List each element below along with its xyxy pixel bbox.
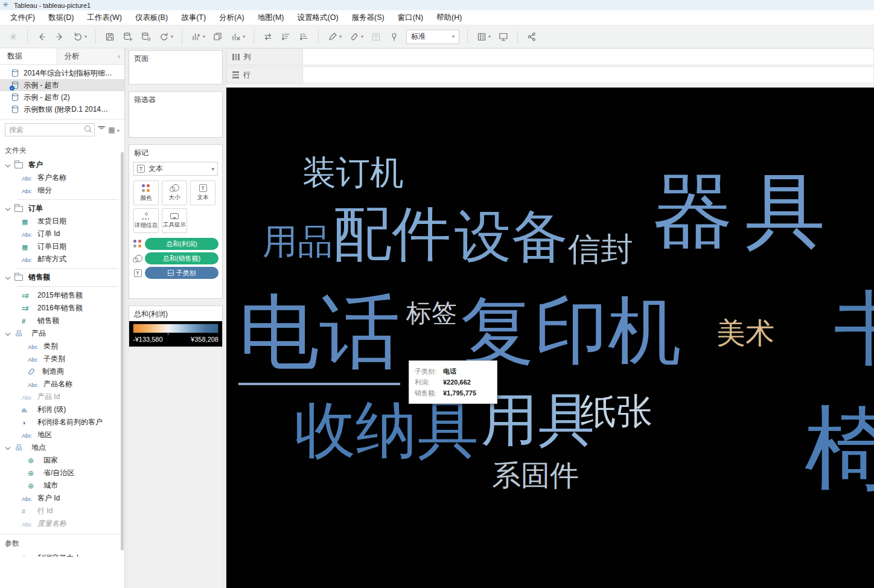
group-members-button[interactable]: ▾ [346, 29, 366, 45]
field-profit-bin[interactable]: 利润 (级) [0, 403, 124, 416]
chevron-down-icon[interactable] [5, 330, 10, 335]
text-button[interactable]: T 文本 [190, 181, 215, 205]
field-measure-names[interactable]: 度量名称 [0, 517, 124, 530]
field-customer-id[interactable]: 客户 Id [0, 492, 124, 505]
back-button[interactable] [33, 29, 50, 45]
field-sales-2016[interactable]: 2016年销售额 [0, 302, 124, 315]
pill-sum-profit[interactable]: 总和(利润) [145, 238, 218, 250]
chevron-down-icon[interactable] [5, 274, 10, 279]
add-datasource-button[interactable] [120, 29, 136, 45]
duplicate-sheet-button[interactable] [209, 29, 226, 45]
field-province[interactable]: 省/自治区 [0, 467, 124, 479]
chevron-down-icon[interactable] [5, 444, 10, 449]
set-top-customers-by-profit[interactable]: 利润排名前列的客户 [0, 416, 124, 429]
filter-fields-icon[interactable] [97, 126, 106, 134]
field-country[interactable]: 国家 [0, 454, 124, 467]
hierarchy-location[interactable]: 地点 [0, 441, 124, 454]
pause-updates-button[interactable] [138, 29, 155, 45]
forward-button[interactable] [51, 29, 68, 45]
field-subcategory[interactable]: 子类别 [0, 353, 124, 365]
new-worksheet-button[interactable]: ▾ [188, 29, 208, 45]
menu-map[interactable]: 地图(M) [251, 10, 291, 25]
cloud-word-装订机[interactable]: 装订机 [302, 155, 404, 191]
field-ship-date[interactable]: 发货日期 [0, 215, 124, 228]
field-sales-2015[interactable]: 2015年销售额 [0, 289, 124, 302]
menu-analysis[interactable]: 分析(A) [212, 10, 251, 25]
view-options-icon[interactable]: ▦ ▾ [108, 126, 120, 134]
rows-shelf[interactable] [303, 66, 874, 83]
field-order-id[interactable]: 订单 Id [0, 228, 124, 240]
datasource-item[interactable]: 示例 - 超市 (2) [0, 91, 124, 103]
color-button[interactable]: 颜色 [133, 181, 159, 205]
datasource-item[interactable]: 2014年综合计划指标明细… [0, 67, 124, 79]
clear-sheet-button[interactable]: ▾ [228, 29, 248, 45]
cloud-word-纸张[interactable]: 纸张 [580, 393, 652, 431]
presentation-mode-button[interactable] [495, 29, 512, 45]
tooltip-button[interactable]: 工具提示 [162, 208, 187, 233]
fit-selector[interactable]: 标准 ▾ [406, 30, 459, 44]
legend-gradient[interactable] [133, 324, 218, 333]
share-workbook-button[interactable] [523, 29, 540, 45]
cloud-word-用品[interactable]: 用品 [263, 224, 333, 261]
parameter-profit-bin-size[interactable]: 利润容器大小 [0, 552, 124, 557]
cloud-word-复印机[interactable]: 复印机 [461, 293, 681, 370]
field-product-id[interactable]: 产品 Id [0, 391, 124, 403]
field-city[interactable]: 城市 [0, 479, 124, 492]
tableau-logo-icon[interactable] [5, 29, 22, 45]
tab-data[interactable]: 数据 [0, 48, 57, 64]
cloud-word-收纳具[interactable]: 收纳具 [294, 398, 479, 462]
highlight-button[interactable]: ▾ [324, 29, 345, 45]
cloud-word-配件[interactable]: 配件 [333, 203, 451, 266]
mark-type-dropdown[interactable]: T 文本 ▾ [133, 162, 218, 176]
folder-sales[interactable]: 销售额 [0, 271, 124, 284]
cloud-word-书[interactable]: 书 [834, 287, 874, 372]
tab-analytics[interactable]: 分析 [57, 48, 114, 64]
hierarchy-product[interactable]: 产品 [0, 327, 124, 340]
cloud-word-器具[interactable]: 器具 [652, 170, 836, 255]
sort-ascending-button[interactable] [278, 29, 295, 45]
cloud-word-电话[interactable]: 电话 [238, 290, 400, 385]
columns-shelf[interactable] [303, 48, 874, 65]
cloud-word-椅[interactable]: 椅 [805, 401, 874, 498]
field-category[interactable]: 类别 [0, 340, 124, 353]
refresh-button[interactable]: ▾ [156, 29, 176, 45]
cloud-word-设备[interactable]: 设备 [455, 207, 568, 267]
menu-story[interactable]: 故事(T) [174, 10, 212, 25]
menu-server[interactable]: 服务器(S) [345, 10, 391, 25]
cloud-word-用具[interactable]: 用具 [481, 391, 595, 450]
field-manufacturer[interactable]: 制造商 [0, 365, 124, 378]
menu-window[interactable]: 窗口(N) [391, 10, 430, 25]
sort-descending-button[interactable] [296, 29, 313, 45]
cloud-word-系固件[interactable]: 系固件 [492, 461, 579, 491]
cloud-word-信封[interactable]: 信封 [568, 232, 633, 267]
pages-card[interactable]: 页面 [129, 50, 223, 85]
show-hide-cards-button[interactable]: ▾ [473, 29, 494, 45]
collapse-pane-button[interactable]: ‹ [113, 48, 124, 64]
fix-axes-button[interactable] [386, 29, 403, 45]
cloud-word-标签[interactable]: 标签 [406, 300, 457, 327]
size-button[interactable]: 大小 [162, 181, 187, 205]
replay-button[interactable]: ▾ [69, 29, 90, 45]
chevron-down-icon[interactable] [5, 162, 10, 167]
cloud-word-美术[interactable]: 美术 [716, 318, 774, 348]
field-segment[interactable]: 细分 [0, 184, 124, 197]
field-region[interactable]: 地区 [0, 429, 124, 441]
swap-rows-columns-button[interactable] [260, 29, 276, 45]
word-cloud[interactable]: 子类别:电话 利润:¥220,662 销售额:¥1,795,775 装订机用品配… [226, 88, 874, 588]
pill-sum-sales[interactable]: 总和(销售额) [145, 252, 218, 264]
field-order-date[interactable]: 订单日期 [0, 240, 124, 253]
datasource-item-selected[interactable]: ✓ 示例 - 超市 [0, 79, 124, 91]
field-row-id[interactable]: 行 Id [0, 505, 124, 517]
menu-dashboard[interactable]: 仪表板(B) [129, 10, 174, 25]
save-button[interactable] [101, 29, 118, 45]
search-input[interactable] [5, 123, 95, 136]
menu-data[interactable]: 数据(D) [42, 10, 80, 25]
detail-button[interactable]: 详细信息 [133, 208, 159, 233]
menu-file[interactable]: 文件(F) [4, 10, 42, 25]
pill-subcategory[interactable]: 子类别 [145, 267, 218, 279]
menu-worksheet[interactable]: 工作表(W) [80, 10, 129, 25]
chevron-down-icon[interactable] [5, 205, 10, 210]
folder-orders[interactable]: 订单 [0, 202, 124, 215]
data-pane-scrollbar[interactable] [121, 152, 124, 551]
datasource-item[interactable]: 示例数据 (附录D.1 2014… [0, 103, 124, 115]
